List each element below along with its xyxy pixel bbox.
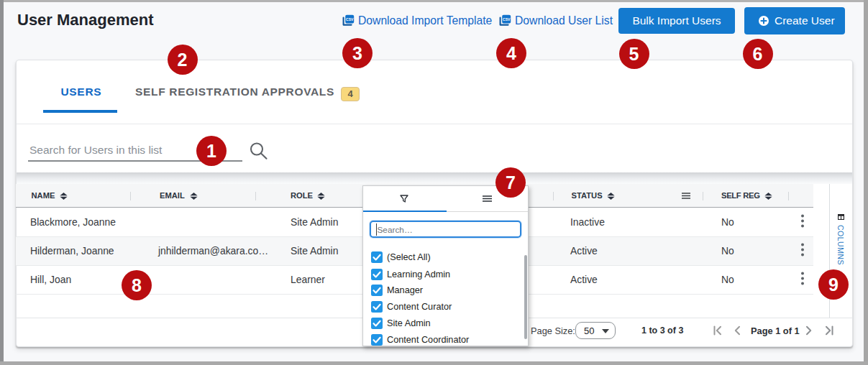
svg-text:CSV: CSV [503, 17, 511, 22]
svg-text:CSV: CSV [346, 17, 354, 22]
